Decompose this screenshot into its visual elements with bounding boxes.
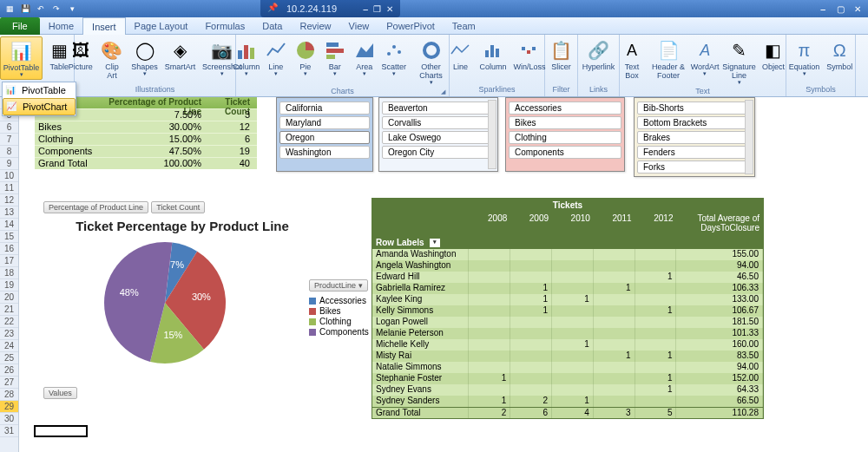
table-row: Sydney Evans164.33 <box>372 384 763 396</box>
group-charts: Charts◢ <box>240 87 445 96</box>
values-field-area: Values <box>43 387 77 399</box>
tab-pagelayout[interactable]: Page Layout <box>126 17 197 35</box>
slicer-item[interactable]: Oregon City <box>382 146 495 159</box>
sparkline-line-button[interactable]: Line <box>445 36 475 73</box>
hyperlink-button[interactable]: 🔗Hyperlink <box>580 36 618 73</box>
tab-powerpivot[interactable]: PowerPivot <box>378 17 444 35</box>
tab-home[interactable]: Home <box>40 17 82 35</box>
slicer-button[interactable]: 📋Slicer <box>547 36 576 73</box>
group-filter: Filter <box>549 85 574 95</box>
field-productline-button[interactable]: ProductLine ▾ <box>309 279 368 292</box>
tab-formulas[interactable]: Formulas <box>196 17 253 35</box>
remote-desktop-bar[interactable]: 📌 10.2.24.119 ‒ ❐ ✕ <box>260 0 400 17</box>
signature-button[interactable]: ✎Signature Line▾ <box>720 36 758 87</box>
close-icon[interactable]: ✕ <box>851 3 865 15</box>
pie-chart-button[interactable]: Pie▾ <box>292 36 319 78</box>
undo-icon[interactable]: ↶ <box>35 3 47 15</box>
field-pct-button[interactable]: Percentage of Product Line <box>43 201 148 213</box>
scrollbar[interactable] <box>745 100 753 174</box>
excel-icon: ▦ <box>3 3 16 15</box>
slicer-item[interactable]: Corvallis <box>382 116 495 129</box>
pivotchart-menu-item[interactable]: 📈PivotChart <box>3 98 76 115</box>
category-slicer[interactable]: AccessoriesBikesClothingComponents <box>505 97 625 172</box>
row-headers[interactable]: 4567891011121314151617181920212223242526… <box>0 97 19 452</box>
shapes-button[interactable]: ◯Shapes▾ <box>128 36 160 78</box>
remote-close-icon[interactable]: ✕ <box>386 4 393 14</box>
pin-icon[interactable]: 📌 <box>267 3 279 15</box>
sparkline-column-button[interactable]: Column <box>477 36 509 73</box>
slicer-item[interactable]: Fenders <box>637 146 752 159</box>
tickets-title: Tickets <box>372 199 763 212</box>
tab-insert[interactable]: Insert <box>82 17 126 35</box>
column-chart-button[interactable]: Column▾ <box>233 36 260 78</box>
header-footer-button[interactable]: 📄Header & Footer <box>648 36 689 82</box>
maximize-icon[interactable]: ▢ <box>833 3 847 15</box>
wordart-button[interactable]: AWordArt▾ <box>691 36 719 78</box>
clipart-button[interactable]: 🎨Clip Art <box>97 36 128 82</box>
table-row: Bikes30.00%12 <box>35 121 257 133</box>
slicer-item[interactable]: Brakes <box>637 131 752 144</box>
charts-launcher-icon[interactable]: ◢ <box>441 87 445 96</box>
pivotchart-icon: 📈 <box>6 102 18 114</box>
field-ticketcount-button[interactable]: Ticket Count <box>151 201 205 213</box>
table-row: Angela Washington94.00 <box>372 260 763 272</box>
row-labels-header[interactable]: Row Labels▾ <box>372 236 763 249</box>
ribbon: 📊PivotTable▾ ▦Table Tables 🖼Picture 🎨Cli… <box>0 35 868 97</box>
slicer-item[interactable]: Beaverton <box>382 102 495 115</box>
slicer-item[interactable]: Washington <box>279 146 370 159</box>
svg-rect-0 <box>238 50 242 59</box>
remote-restore-icon[interactable]: ❐ <box>373 4 381 14</box>
smartart-button[interactable]: ◈SmartArt <box>162 36 198 73</box>
line-chart-button[interactable]: Line▾ <box>262 36 290 78</box>
legend-item: Components <box>309 327 369 337</box>
save-icon[interactable]: 💾 <box>19 3 31 15</box>
slicer-item[interactable]: Accessories <box>509 102 621 115</box>
qat-more-icon[interactable]: ▾ <box>66 3 78 15</box>
scatter-chart-button[interactable]: Scatter▾ <box>380 36 408 78</box>
remote-host-label: 10.2.24.119 <box>286 3 337 14</box>
pivottable-menu-item[interactable]: 📊PivotTable <box>3 82 76 98</box>
slicer-item[interactable]: Bikes <box>509 116 621 129</box>
slicer-item[interactable]: Components <box>509 146 621 159</box>
tab-file[interactable]: File <box>0 17 40 35</box>
group-symbols: Symbols <box>790 85 852 95</box>
slicer-item[interactable]: Forks <box>637 160 752 174</box>
city-slicer[interactable]: BeavertonCorvallisLake OswegoOregon City <box>378 97 498 172</box>
slicer-item[interactable]: Bib-Shorts <box>637 102 752 115</box>
scrollbar[interactable] <box>488 100 496 169</box>
slicer-item[interactable]: Maryland <box>279 116 370 129</box>
bar-chart-button[interactable]: Bar▾ <box>321 36 349 78</box>
tab-team[interactable]: Team <box>444 17 484 35</box>
slicer-item[interactable]: Oregon <box>279 131 370 144</box>
table-row: Amanda Washington155.00 <box>372 249 763 260</box>
dropdown-icon[interactable]: ▾ <box>430 239 440 247</box>
area-chart-button[interactable]: Area▾ <box>351 36 378 78</box>
slicer-item[interactable]: Clothing <box>509 131 621 144</box>
table-row: Logan Powell181.50 <box>372 317 763 328</box>
svg-text:30%: 30% <box>192 292 211 302</box>
textbox-button[interactable]: AText Box <box>618 36 646 82</box>
field-values-button[interactable]: Values <box>43 387 77 399</box>
tab-data[interactable]: Data <box>253 17 291 35</box>
slicer-item[interactable]: Lake Oswego <box>382 131 495 144</box>
svg-point-8 <box>392 45 396 49</box>
minimize-icon[interactable]: ‒ <box>816 3 830 15</box>
cells-area[interactable]: Percentage of Product LineTicket Count 7… <box>19 97 868 452</box>
equation-button[interactable]: πEquation▾ <box>786 36 823 78</box>
tab-review[interactable]: Review <box>291 17 339 35</box>
object-button[interactable]: ◧Object <box>760 36 787 73</box>
symbol-button[interactable]: ΩSymbol <box>824 36 855 73</box>
state-slicer[interactable]: CaliforniaMarylandOregonWashington <box>276 97 373 172</box>
remote-minimize-icon[interactable]: ‒ <box>363 4 368 14</box>
table-row: Sydney Sanders12166.50 <box>372 396 763 407</box>
slicer-item[interactable]: Bottom Brackets <box>637 116 752 129</box>
picture-button[interactable]: 🖼Picture <box>66 36 95 73</box>
selected-cell[interactable] <box>34 425 88 437</box>
sparkline-winloss-button[interactable]: Win/Loss <box>511 36 549 73</box>
pivottable-button[interactable]: 📊PivotTable▾ <box>0 36 43 80</box>
tab-view[interactable]: View <box>340 17 378 35</box>
redo-icon[interactable]: ↷ <box>50 3 62 15</box>
slicer-item[interactable]: California <box>279 102 370 115</box>
parts-slicer[interactable]: Bib-ShortsBottom BracketsBrakesFendersFo… <box>634 97 755 177</box>
svg-point-10 <box>424 43 438 57</box>
